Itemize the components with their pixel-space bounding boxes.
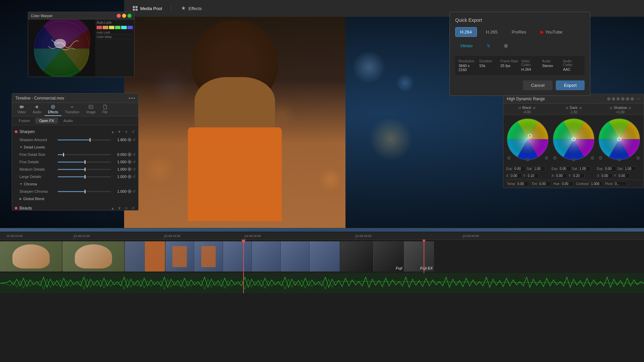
hdr-btn-3[interactable]: [616, 97, 620, 101]
hdr-black-reset-r[interactable]: ↺: [533, 106, 535, 110]
slider-thumb[interactable]: [90, 138, 91, 142]
tab-file[interactable]: File: [99, 103, 111, 116]
tint-input[interactable]: [538, 181, 551, 186]
minimize-button[interactable]: [122, 14, 126, 18]
detail-levels-group[interactable]: ▼ Detail Levels: [15, 143, 136, 151]
md-reset[interactable]: ↺: [132, 167, 136, 172]
fd-keyframe[interactable]: [127, 160, 132, 164]
dark-y-input[interactable]: [572, 173, 585, 178]
export-button[interactable]: Export: [556, 80, 585, 90]
fds-keyframe[interactable]: [127, 152, 132, 157]
clip-5-multi[interactable]: Fuji Fuji EX: [340, 241, 434, 272]
sharpen-amount-keyframe[interactable]: [127, 137, 132, 142]
ld-reset[interactable]: ↺: [132, 175, 136, 179]
sc-keyframe[interactable]: [127, 189, 132, 194]
sharpen-up[interactable]: ▲: [110, 130, 115, 134]
hdr-wheel-dark[interactable]: [551, 117, 596, 163]
slider-thumb[interactable]: [85, 175, 86, 179]
black-y-input[interactable]: [526, 173, 539, 178]
tab-video[interactable]: Video: [14, 103, 29, 116]
beauty-down[interactable]: ▼: [117, 206, 122, 210]
hdr-next[interactable]: ›: [639, 97, 640, 101]
global-blend-group[interactable]: ▶ Global Blend: [15, 195, 136, 202]
clip-2[interactable]: [62, 241, 124, 272]
fx-sub-tab-fusion[interactable]: Fusion: [15, 118, 34, 124]
hue-input[interactable]: [560, 181, 574, 186]
fds-slider[interactable]: [58, 154, 111, 155]
md-keyframe[interactable]: [127, 167, 132, 172]
panel-menu-dots[interactable]: [129, 98, 135, 99]
preset-vimeo[interactable]: Vimeo: [455, 41, 478, 51]
shadow-x-input[interactable]: [600, 173, 613, 178]
hdr-shadow-reset-r[interactable]: ↺: [628, 106, 631, 110]
slider-thumb[interactable]: [85, 160, 86, 164]
fd-slider[interactable]: [58, 162, 111, 163]
clip-4-multi[interactable]: [165, 241, 340, 272]
param-sharpen-amount-slider[interactable]: [58, 139, 111, 140]
tab-audio[interactable]: Audio: [29, 103, 45, 116]
preset-prores[interactable]: ProRes: [506, 27, 531, 37]
ld-slider[interactable]: [58, 176, 111, 177]
sharpen-down[interactable]: ▼: [117, 130, 122, 134]
secondary-playhead[interactable]: [424, 240, 424, 273]
hdr-btn-6[interactable]: [631, 97, 634, 101]
ld-keyframe[interactable]: [127, 174, 132, 179]
sharpen-reset[interactable]: ↺: [130, 130, 136, 134]
fd-reset[interactable]: ↺: [132, 160, 136, 164]
hdr-shadow-reset-l[interactable]: ↺: [609, 106, 612, 110]
slider-thumb[interactable]: [85, 190, 86, 193]
hdr-dark-reset-l[interactable]: ↺: [566, 106, 568, 110]
beauty-reset[interactable]: ↺: [130, 206, 136, 210]
hdr-prev[interactable]: ‹: [637, 97, 638, 101]
preset-h264[interactable]: H.264: [455, 27, 477, 37]
fx-plugin-sharpen-header[interactable]: Sharpen ▲ ▼ ✕ ↺: [15, 127, 136, 136]
black-x-input[interactable]: [509, 173, 522, 178]
hdr-dark-reset-r[interactable]: ↺: [579, 106, 582, 110]
temp-input[interactable]: [516, 181, 529, 186]
hdr-wheel-shadow[interactable]: [597, 117, 642, 163]
hdr-btn-5[interactable]: [626, 97, 629, 101]
dark-x-input[interactable]: [555, 173, 568, 178]
dark-sat-input[interactable]: [578, 166, 591, 171]
hdr-black-reset-l[interactable]: ↺: [518, 106, 521, 110]
tab-transition[interactable]: Transition: [61, 103, 83, 116]
fx-sub-tab-audio[interactable]: Audio: [59, 118, 77, 124]
timeline-scrub-bar[interactable]: [0, 228, 644, 232]
beauty-delete[interactable]: ✕: [123, 206, 129, 210]
clip-3[interactable]: [125, 241, 165, 272]
hdr-wheel-black[interactable]: [505, 117, 550, 163]
preset-youtube[interactable]: ▶ YouTube: [535, 27, 568, 37]
hdr-btn-2[interactable]: [612, 97, 615, 101]
sharpen-delete[interactable]: ✕: [123, 130, 129, 134]
sc-slider[interactable]: [58, 191, 111, 192]
preset-h265[interactable]: H.265: [481, 27, 503, 37]
hdr-btn-1[interactable]: [607, 97, 610, 101]
md-slider[interactable]: [58, 169, 111, 170]
fds-reset[interactable]: ↺: [132, 153, 136, 157]
pivot-input[interactable]: [613, 181, 627, 186]
clip-1[interactable]: [0, 241, 62, 272]
close-button[interactable]: [117, 14, 121, 18]
fx-sub-tab-openfx[interactable]: Open FX: [35, 118, 58, 124]
hdr-btn-4[interactable]: [621, 97, 625, 101]
slider-thumb[interactable]: [63, 153, 64, 157]
fx-plugin-beauty-header[interactable]: Beauty ▲ ▼ ✕ ↺: [15, 204, 136, 210]
tab-image[interactable]: Image: [83, 103, 99, 116]
preset-twitter[interactable]: 𝕏: [482, 41, 495, 51]
cancel-button[interactable]: Cancel: [523, 80, 552, 90]
effects-button[interactable]: Effects: [176, 4, 207, 13]
black-sat-input[interactable]: [533, 166, 545, 171]
black-exp-input[interactable]: [513, 166, 526, 171]
contrast-input[interactable]: [590, 181, 603, 186]
beauty-up[interactable]: ▲: [110, 206, 115, 210]
preset-custom[interactable]: ⊞: [499, 41, 513, 51]
sharpen-amount-reset[interactable]: ↺: [132, 138, 136, 142]
dark-exp-input[interactable]: [558, 166, 571, 171]
sc-reset[interactable]: ↺: [132, 189, 136, 194]
maximize-button[interactable]: [127, 14, 131, 18]
chroma-group[interactable]: ▼ Chroma: [15, 180, 136, 188]
shadow-exp-input[interactable]: [604, 166, 616, 171]
slider-thumb[interactable]: [85, 168, 86, 171]
tab-effects[interactable]: Effects: [45, 103, 61, 116]
shadow-sat-input[interactable]: [624, 166, 636, 171]
